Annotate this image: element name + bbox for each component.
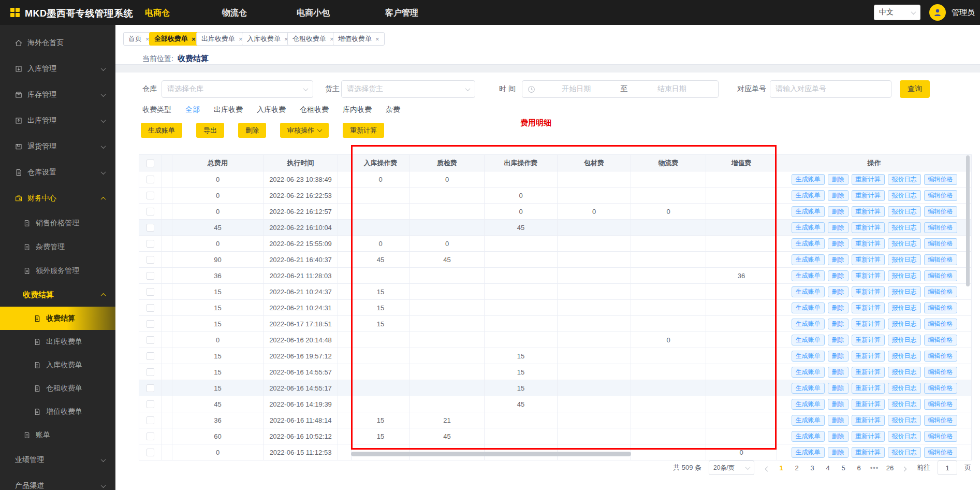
sidebar-item-16[interactable]: 账单 bbox=[0, 423, 115, 447]
recalculate-button[interactable]: 重新计算 bbox=[852, 270, 885, 281]
prev-page-icon[interactable] bbox=[762, 464, 773, 472]
quote-log-button[interactable]: 报价日志 bbox=[888, 254, 921, 265]
end-date-input[interactable]: 结束日期 bbox=[631, 84, 713, 94]
recalculate-button[interactable]: 重新计算 bbox=[852, 415, 885, 426]
export-button[interactable]: 导出 bbox=[196, 123, 224, 138]
delete-button[interactable]: 删除 bbox=[828, 383, 849, 394]
delete-button[interactable]: 删除 bbox=[828, 335, 849, 345]
next-page-icon[interactable] bbox=[898, 464, 910, 472]
quote-log-button[interactable]: 报价日志 bbox=[888, 383, 921, 394]
recalculate-button[interactable]: 重新计算 bbox=[343, 123, 384, 138]
row-checkbox[interactable] bbox=[147, 400, 154, 408]
start-date-input[interactable]: 开始日期 bbox=[535, 84, 618, 94]
quote-log-button[interactable]: 报价日志 bbox=[888, 335, 921, 345]
avatar[interactable] bbox=[929, 4, 946, 21]
quote-log-button[interactable]: 报价日志 bbox=[888, 238, 921, 249]
quote-log-button[interactable]: 报价日志 bbox=[888, 431, 921, 442]
sidebar-item-8[interactable]: 杂费管理 bbox=[0, 235, 115, 259]
sidebar-item-17[interactable]: 业绩管理 bbox=[0, 447, 115, 473]
sidebar-item-13[interactable]: 入库收费单 bbox=[0, 353, 115, 377]
generate-bill-button[interactable]: 生成账单 bbox=[792, 174, 825, 185]
generate-bill-button[interactable]: 生成账单 bbox=[141, 123, 182, 138]
delete-button[interactable]: 删除 bbox=[828, 302, 849, 313]
edit-price-button[interactable]: 编辑价格 bbox=[924, 399, 957, 410]
edit-price-button[interactable]: 编辑价格 bbox=[924, 270, 957, 281]
page-number-3[interactable]: 3 bbox=[805, 464, 820, 472]
horizontal-scrollbar-thumb[interactable] bbox=[351, 452, 631, 456]
delete-button[interactable]: 删除 bbox=[828, 254, 849, 265]
language-select[interactable]: 中文 bbox=[874, 5, 920, 20]
search-button[interactable]: 查询 bbox=[900, 80, 930, 98]
row-checkbox[interactable] bbox=[147, 368, 154, 376]
sidebar-item-14[interactable]: 仓租收费单 bbox=[0, 377, 115, 400]
generate-bill-button[interactable]: 生成账单 bbox=[792, 206, 825, 217]
recalculate-button[interactable]: 重新计算 bbox=[852, 174, 885, 185]
fee-type-option-4[interactable]: 库内收费 bbox=[343, 105, 372, 114]
quote-log-button[interactable]: 报价日志 bbox=[888, 206, 921, 217]
tab-5[interactable]: 增值收费单× bbox=[333, 32, 385, 46]
delete-button[interactable]: 删除 bbox=[828, 206, 849, 217]
edit-price-button[interactable]: 编辑价格 bbox=[924, 351, 957, 362]
vertical-scrollbar-thumb[interactable] bbox=[966, 155, 970, 286]
recalculate-button[interactable]: 重新计算 bbox=[852, 383, 885, 394]
username[interactable]: 管理员 bbox=[952, 8, 975, 18]
close-icon[interactable]: × bbox=[375, 36, 379, 42]
generate-bill-button[interactable]: 生成账单 bbox=[792, 447, 825, 458]
top-nav-item[interactable]: 电商仓 bbox=[145, 8, 170, 19]
edit-price-button[interactable]: 编辑价格 bbox=[924, 319, 957, 329]
sidebar-item-4[interactable]: 退货管理 bbox=[0, 134, 115, 160]
generate-bill-button[interactable]: 生成账单 bbox=[792, 238, 825, 249]
row-checkbox[interactable] bbox=[147, 416, 154, 424]
delete-button[interactable]: 删除 bbox=[828, 222, 849, 233]
tab-2[interactable]: 出库收费单× bbox=[196, 32, 248, 46]
quote-log-button[interactable]: 报价日志 bbox=[888, 270, 921, 281]
top-nav-item[interactable]: 电商小包 bbox=[297, 8, 330, 19]
order-number-input[interactable]: 请输入对应单号 bbox=[770, 80, 891, 98]
quote-log-button[interactable]: 报价日志 bbox=[888, 415, 921, 426]
recalculate-button[interactable]: 重新计算 bbox=[852, 206, 885, 217]
generate-bill-button[interactable]: 生成账单 bbox=[792, 415, 825, 426]
delete-button[interactable]: 删除 bbox=[828, 431, 849, 442]
delete-button[interactable]: 删除 bbox=[828, 238, 849, 249]
quote-log-button[interactable]: 报价日志 bbox=[888, 367, 921, 378]
fee-type-option-2[interactable]: 入库收费 bbox=[257, 105, 286, 114]
recalculate-button[interactable]: 重新计算 bbox=[852, 431, 885, 442]
row-checkbox[interactable] bbox=[147, 304, 154, 312]
page-number-1[interactable]: 1 bbox=[774, 464, 788, 472]
delete-button[interactable]: 删除 bbox=[828, 174, 849, 185]
recalculate-button[interactable]: 重新计算 bbox=[852, 367, 885, 378]
edit-price-button[interactable]: 编辑价格 bbox=[924, 383, 957, 394]
sidebar-item-2[interactable]: 库存管理 bbox=[0, 82, 115, 108]
row-checkbox[interactable] bbox=[147, 208, 154, 215]
edit-price-button[interactable]: 编辑价格 bbox=[924, 335, 957, 345]
generate-bill-button[interactable]: 生成账单 bbox=[792, 190, 825, 201]
row-checkbox[interactable] bbox=[147, 336, 154, 344]
delete-button[interactable]: 删除 bbox=[828, 319, 849, 329]
edit-price-button[interactable]: 编辑价格 bbox=[924, 206, 957, 217]
delete-button[interactable]: 删除 bbox=[828, 447, 849, 458]
delete-button[interactable]: 删除 bbox=[828, 351, 849, 362]
audit-actions-button[interactable]: 审核操作 bbox=[280, 123, 329, 138]
delete-button[interactable]: 删除 bbox=[828, 286, 849, 297]
recalculate-button[interactable]: 重新计算 bbox=[852, 399, 885, 410]
close-icon[interactable]: × bbox=[192, 36, 196, 42]
edit-price-button[interactable]: 编辑价格 bbox=[924, 254, 957, 265]
row-checkbox[interactable] bbox=[147, 288, 154, 296]
edit-price-button[interactable]: 编辑价格 bbox=[924, 286, 957, 297]
tab-3[interactable]: 入库收费单× bbox=[242, 32, 294, 46]
generate-bill-button[interactable]: 生成账单 bbox=[792, 367, 825, 378]
delete-button[interactable]: 删除 bbox=[828, 399, 849, 410]
recalculate-button[interactable]: 重新计算 bbox=[852, 286, 885, 297]
owner-select[interactable]: 请选择货主 bbox=[341, 80, 475, 98]
tab-4[interactable]: 仓租收费单× bbox=[287, 32, 339, 46]
quote-log-button[interactable]: 报价日志 bbox=[888, 447, 921, 458]
edit-price-button[interactable]: 编辑价格 bbox=[924, 222, 957, 233]
page-number-5[interactable]: 5 bbox=[836, 464, 851, 472]
fee-type-option-5[interactable]: 杂费 bbox=[386, 105, 400, 114]
row-checkbox[interactable] bbox=[147, 433, 154, 440]
sidebar-item-6[interactable]: 财务中心 bbox=[0, 185, 115, 211]
edit-price-button[interactable]: 编辑价格 bbox=[924, 302, 957, 313]
generate-bill-button[interactable]: 生成账单 bbox=[792, 319, 825, 329]
row-checkbox[interactable] bbox=[147, 320, 154, 328]
edit-price-button[interactable]: 编辑价格 bbox=[924, 174, 957, 185]
